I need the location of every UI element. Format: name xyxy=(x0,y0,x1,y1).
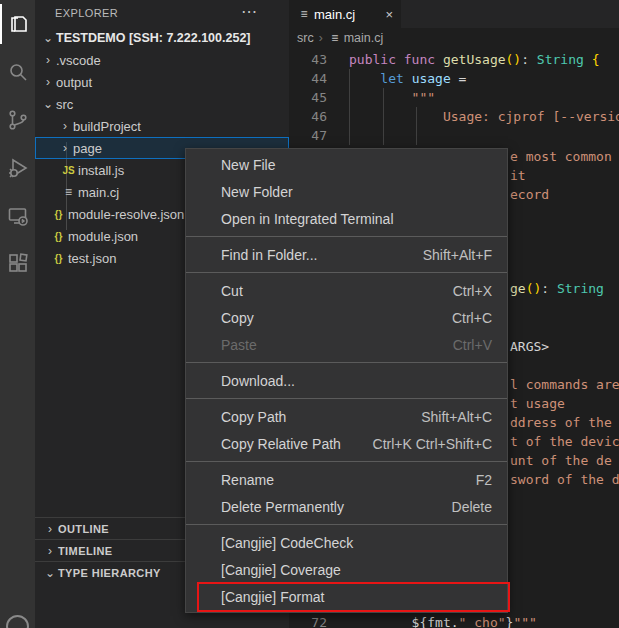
menu-separator xyxy=(186,524,507,525)
code-fragment: unt of the de xyxy=(510,451,612,470)
chevron-right-icon: › xyxy=(319,31,323,45)
sidebar-header: EXPLORER ⋯ xyxy=(35,0,289,26)
code-fragment: sword of the d xyxy=(510,470,619,489)
chevron-down-icon: ⌄ xyxy=(41,31,55,45)
tree-item-buildproject[interactable]: › buildProject xyxy=(35,115,289,137)
code-fragment: t usage xyxy=(510,394,565,413)
sidebar-title: EXPLORER xyxy=(35,7,118,19)
cj-file-icon: ≡ xyxy=(328,31,342,45)
code-fragment: it xyxy=(510,166,526,185)
breadcrumb: src › ≡ main.cj xyxy=(289,28,619,48)
menu-item-cut[interactable]: CutCtrl+X xyxy=(186,277,507,304)
menu-item-copy-relative-path[interactable]: Copy Relative PathCtrl+K Ctrl+Shift+C xyxy=(186,430,507,457)
json-file-icon: {} xyxy=(50,231,67,242)
code-line-45: 45 """ xyxy=(289,88,619,107)
menu-item-delete-permanently[interactable]: Delete PermanentlyDelete xyxy=(186,493,507,520)
menu-separator xyxy=(186,461,507,462)
remote-explorer-icon[interactable] xyxy=(0,196,35,236)
context-menu: New File New Folder Open in Integrated T… xyxy=(185,148,508,613)
chevron-right-icon: › xyxy=(41,75,55,89)
json-file-icon: {} xyxy=(50,253,67,264)
tab-main-cj[interactable]: ≡ main.cj × xyxy=(289,0,401,28)
breadcrumb-folder[interactable]: src xyxy=(297,31,314,45)
menu-item-rename[interactable]: RenameF2 xyxy=(186,466,507,493)
tree-item-vscode[interactable]: › .vscode xyxy=(35,49,289,71)
activity-bar xyxy=(0,0,35,628)
chevron-down-icon: ⌄ xyxy=(41,97,55,111)
menu-item-copy[interactable]: CopyCtrl+C xyxy=(186,304,507,331)
extensions-icon[interactable] xyxy=(0,244,35,284)
code-fragment: t of the devic xyxy=(510,432,619,451)
menu-item-open-in-integrated-terminal[interactable]: Open in Integrated Terminal xyxy=(186,205,507,232)
menu-item-new-file[interactable]: New File xyxy=(186,151,507,178)
menu-separator xyxy=(186,362,507,363)
menu-item-copy-path[interactable]: Copy PathShift+Alt+C xyxy=(186,403,507,430)
menu-item-find-in-folder[interactable]: Find in Folder...Shift+Alt+F xyxy=(186,241,507,268)
code-fragment: ddress of the xyxy=(510,413,612,432)
code-fragment: ge(): String xyxy=(510,279,604,298)
chevron-right-icon: › xyxy=(58,141,72,155)
menu-separator xyxy=(186,398,507,399)
tree-item-src[interactable]: ⌄ src xyxy=(35,93,289,115)
close-icon[interactable]: × xyxy=(385,7,393,22)
tree-item-testdemo-root[interactable]: ⌄ TESTDEMO [SSH: 7.222.100.252] xyxy=(35,27,289,49)
cj-file-icon: ≡ xyxy=(297,7,311,21)
menu-item-cangjie-codecheck[interactable]: [Cangjie] CodeCheck xyxy=(186,529,507,556)
menu-item-download[interactable]: Download... xyxy=(186,367,507,394)
code-line-43: 43 public func getUsage(): String { xyxy=(289,50,619,69)
json-file-icon: {} xyxy=(50,209,67,220)
code-fragment: l commands are xyxy=(510,375,619,394)
source-control-icon[interactable] xyxy=(0,100,35,140)
chevron-down-icon: ⌄ xyxy=(35,566,57,580)
cj-file-icon: ≡ xyxy=(60,185,77,199)
code-line-47: 47 xyxy=(289,126,619,145)
explorer-icon[interactable] xyxy=(0,4,35,44)
menu-separator xyxy=(186,236,507,237)
breadcrumb-file[interactable]: main.cj xyxy=(344,31,384,45)
tab-bar: ≡ main.cj × xyxy=(289,0,619,28)
vscode-window: EXPLORER ⋯ ⌄ TESTDEMO [SSH: 7.222.100.25… xyxy=(0,0,619,628)
run-debug-icon[interactable] xyxy=(0,148,35,188)
menu-separator xyxy=(186,272,507,273)
code-line-46: 46 Usage: cjprof [--version xyxy=(289,107,619,126)
menu-item-new-folder[interactable]: New Folder xyxy=(186,178,507,205)
code-fragment: ecord xyxy=(510,185,549,204)
code-fragment: ARGS> xyxy=(510,337,549,356)
chevron-right-icon: › xyxy=(35,544,57,558)
js-file-icon: JS xyxy=(60,165,77,176)
search-icon[interactable] xyxy=(0,52,35,92)
code-line-44: 44 let usage = xyxy=(289,69,619,88)
menu-item-paste: PasteCtrl+V xyxy=(186,331,507,358)
menu-item-cangjie-coverage[interactable]: [Cangjie] Coverage xyxy=(186,556,507,583)
chevron-right-icon: › xyxy=(35,522,57,536)
menu-item-cangjie-format[interactable]: [Cangjie] Format xyxy=(186,583,507,610)
chevron-right-icon: › xyxy=(58,119,72,133)
tree-item-output[interactable]: › output xyxy=(35,71,289,93)
chevron-right-icon: › xyxy=(41,53,55,67)
accounts-icon[interactable] xyxy=(6,615,29,628)
code-fragment: e most common xyxy=(510,147,612,166)
code-line-72: 72 ${fmt." cho"}""" xyxy=(289,613,619,628)
more-actions-icon[interactable]: ⋯ xyxy=(241,2,257,21)
